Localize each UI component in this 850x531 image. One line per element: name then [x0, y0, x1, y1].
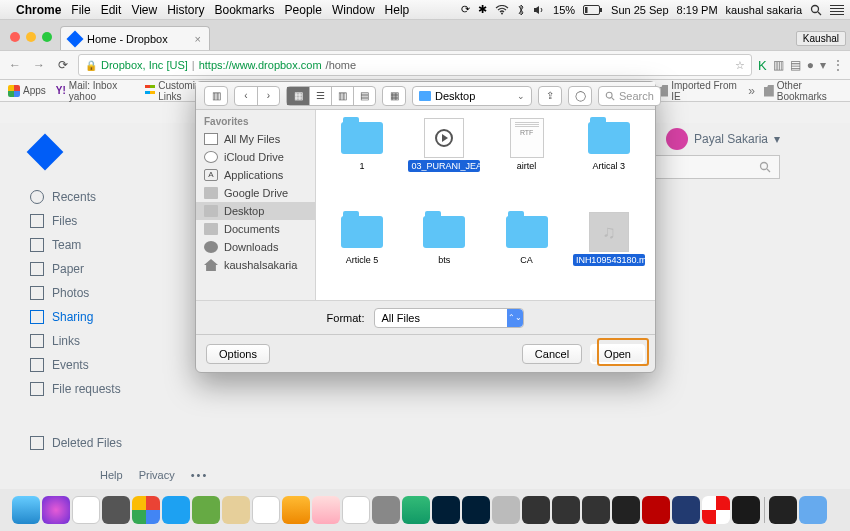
fav-applications[interactable]: AApplications	[196, 166, 315, 184]
dock-icon contacts[interactable]	[222, 496, 250, 524]
menubar-date[interactable]: Sun 25 Sep	[611, 4, 669, 16]
fav-icloud[interactable]: iCloud Drive	[196, 148, 315, 166]
dock-icon finder[interactable]	[12, 496, 40, 524]
window-minimize-button[interactable]	[26, 32, 36, 42]
dock-icon messages[interactable]	[192, 496, 220, 524]
bookmark-imported[interactable]: Imported From IE	[658, 80, 738, 102]
file-item[interactable]: Article 5	[322, 212, 402, 300]
idm-ext-icon[interactable]: ▥	[773, 58, 784, 73]
file-item[interactable]: Artical 3	[569, 118, 649, 210]
app-menu[interactable]: Chrome	[16, 3, 61, 17]
tags-button[interactable]: ◯	[569, 87, 591, 105]
menubar-time[interactable]: 8:19 PM	[677, 4, 718, 16]
dock-icon downloads[interactable]	[769, 496, 797, 524]
view-column-button[interactable]: ▥	[331, 87, 353, 105]
menu-file[interactable]: File	[71, 3, 90, 17]
dock-icon preview[interactable]	[342, 496, 370, 524]
kaspersky-ext-icon[interactable]: K	[758, 58, 767, 73]
file-item[interactable]: ♫INH109543180.mp3	[569, 212, 649, 300]
fav-downloads[interactable]: Downloads	[196, 238, 315, 256]
group-button[interactable]: ▦	[383, 87, 405, 105]
dock-icon launchpad[interactable]	[72, 496, 100, 524]
menu-view[interactable]: View	[131, 3, 157, 17]
dock-icon trash[interactable]	[799, 496, 827, 524]
dock-icon vlc[interactable]	[372, 496, 400, 524]
dialog-search-field[interactable]: Search	[598, 86, 661, 106]
back-button[interactable]: ←	[6, 58, 24, 72]
url-field[interactable]: 🔒 Dropbox, Inc [US] | https://www.dropbo…	[78, 54, 752, 76]
nav-forward-button[interactable]: ›	[257, 87, 279, 105]
menu-help[interactable]: Help	[385, 3, 410, 17]
share-button[interactable]: ⇪	[539, 87, 561, 105]
dock-icon app3[interactable]	[732, 496, 760, 524]
chrome-profile-badge[interactable]: Kaushal	[796, 31, 846, 46]
view-list-button[interactable]: ☰	[309, 87, 331, 105]
dock-icon teamviewer[interactable]	[672, 496, 700, 524]
browser-tab[interactable]: Home - Dropbox ×	[60, 26, 210, 50]
view-icon-button[interactable]: ▦	[287, 87, 309, 105]
reload-button[interactable]: ⟳	[54, 58, 72, 72]
dock-icon quicktime[interactable]	[492, 496, 520, 524]
view-gallery-button[interactable]: ▤	[353, 87, 375, 105]
file-item[interactable]: 1	[322, 118, 402, 210]
sync-icon[interactable]: ⟳	[461, 3, 470, 16]
nav-back-button[interactable]: ‹	[235, 87, 257, 105]
sidebar-toggle[interactable]: ▥	[204, 86, 228, 106]
menubar-user[interactable]: kaushal sakaria	[726, 4, 802, 16]
fav-home[interactable]: kaushalsakaria	[196, 256, 315, 274]
fav-all-my-files[interactable]: All My Files	[196, 130, 315, 148]
fav-googledrive[interactable]: Google Drive	[196, 184, 315, 202]
dock-icon app2[interactable]	[552, 496, 580, 524]
bookmark-yahoo[interactable]: Y!Mail: Inbox yahoo	[56, 80, 135, 102]
battery-icon[interactable]	[583, 5, 603, 15]
location-dropdown[interactable]: Desktop ⌄	[412, 86, 532, 106]
dock-icon app1[interactable]	[522, 496, 550, 524]
fan-icon[interactable]: ✱	[478, 3, 487, 16]
wifi-icon[interactable]	[495, 5, 509, 15]
window-close-button[interactable]	[10, 32, 20, 42]
pocket-ext-icon[interactable]: ▾	[820, 58, 826, 73]
dock-icon itunes[interactable]	[312, 496, 340, 524]
menu-edit[interactable]: Edit	[101, 3, 122, 17]
bookmark-apps[interactable]: Apps	[8, 85, 46, 97]
ext-icon-2[interactable]: ▤	[790, 58, 801, 73]
dock-icon safari[interactable]	[162, 496, 190, 524]
file-item[interactable]: bts	[404, 212, 484, 300]
fav-desktop[interactable]: Desktop	[196, 202, 315, 220]
bookmarks-overflow[interactable]: » Other Bookmarks	[748, 80, 842, 102]
dock-icon chrome[interactable]	[132, 496, 160, 524]
menu-bookmarks[interactable]: Bookmarks	[215, 3, 275, 17]
menu-window[interactable]: Window	[332, 3, 375, 17]
format-select[interactable]: All Files ⌃⌄	[374, 308, 524, 328]
evernote-ext-icon[interactable]: ●	[807, 58, 814, 73]
options-button[interactable]: Options	[206, 344, 270, 364]
dock-icon photoshop[interactable]	[462, 496, 490, 524]
cancel-button[interactable]: Cancel	[522, 344, 582, 364]
chrome-menu-icon[interactable]: ⋮	[832, 58, 844, 73]
menu-people[interactable]: People	[285, 3, 322, 17]
dock-icon ibooks[interactable]	[282, 496, 310, 524]
notification-center-icon[interactable]	[830, 5, 844, 15]
dock-icon calendar[interactable]	[252, 496, 280, 524]
spotlight-icon[interactable]	[810, 4, 822, 16]
menu-history[interactable]: History	[167, 3, 204, 17]
dock-icon excel[interactable]	[402, 496, 430, 524]
bluetooth-icon[interactable]	[517, 4, 525, 16]
dock-icon picasa[interactable]	[702, 496, 730, 524]
tab-close-icon[interactable]: ×	[195, 33, 201, 45]
dock-icon siri[interactable]	[42, 496, 70, 524]
file-grid[interactable]: 1 03_PURANI_JEANS.mp3 RTFairtel Artical …	[316, 110, 655, 300]
dock-icon gopro[interactable]	[612, 496, 640, 524]
file-item[interactable]: RTFairtel	[487, 118, 567, 210]
volume-icon[interactable]	[533, 5, 545, 15]
fav-documents[interactable]: Documents	[196, 220, 315, 238]
dock-icon lightroom[interactable]	[432, 496, 460, 524]
file-item[interactable]: 03_PURANI_JEANS.mp3	[404, 118, 484, 210]
dock-icon terminal[interactable]	[582, 496, 610, 524]
dock-icon settings[interactable]	[102, 496, 130, 524]
file-item[interactable]: CA	[487, 212, 567, 300]
window-zoom-button[interactable]	[42, 32, 52, 42]
open-button[interactable]: Open	[590, 344, 645, 364]
bookmark-star-icon[interactable]: ☆	[735, 59, 745, 72]
dock-icon filezilla[interactable]	[642, 496, 670, 524]
